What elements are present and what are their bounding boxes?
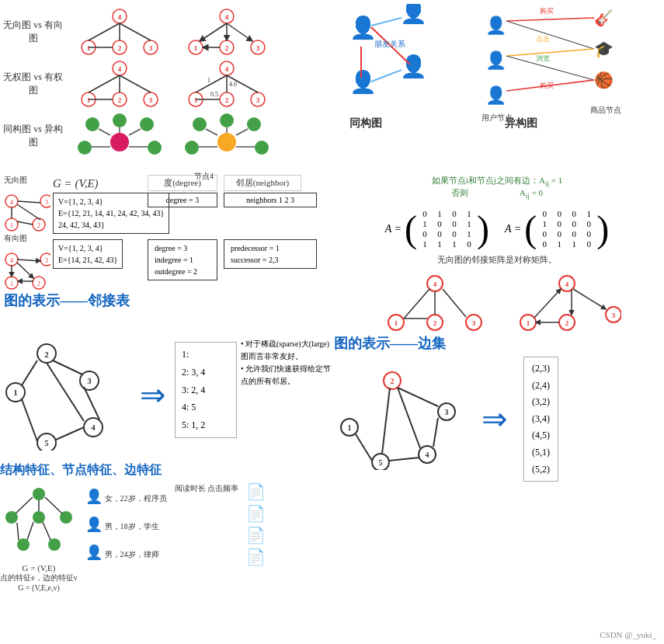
neighbors-val-box: neighbors 1 2 3 xyxy=(224,193,317,207)
svg-text:4: 4 xyxy=(225,65,229,73)
directed-small-svg: 1 4 2 3 xyxy=(4,244,50,291)
svg-point-64 xyxy=(220,113,234,127)
svg-point-183 xyxy=(17,538,30,551)
svg-text:3: 3 xyxy=(45,257,48,264)
svg-line-110 xyxy=(18,201,40,203)
svg-point-56 xyxy=(148,141,162,155)
struct-graph: G = (V,E) 点的特征e，边的特征v G = (V,E,e,v) xyxy=(0,482,78,592)
row-undirected-directed: 无向图 vs 有向图 4 1 2 3 xyxy=(0,6,326,57)
matrix-directed-svg: 1 2 3 4 xyxy=(505,272,621,334)
svg-text:4: 4 xyxy=(426,451,429,459)
svg-point-51 xyxy=(110,133,129,151)
svg-text:1: 1 xyxy=(207,77,210,84)
svg-line-88 xyxy=(506,18,594,21)
pred-succ-box: predecessor = 1 successor = 2,3 xyxy=(224,239,317,269)
svg-text:3: 3 xyxy=(149,44,153,52)
svg-point-65 xyxy=(247,117,261,131)
struct-people: 👤 女，22岁，程序员 👤 男，18岁，学生 👤 男，24岁，律师 xyxy=(85,482,167,566)
svg-text:1: 1 xyxy=(87,96,91,104)
adj-bullets: • 对于稀疏(sparse)大(large)图而言非常友好。 • 允许我们快速获… xyxy=(241,338,334,388)
svg-text:1: 1 xyxy=(194,96,198,104)
svg-line-189 xyxy=(43,522,50,540)
homo-user-svg: 👤 👤 👤 👤 朋友关系 xyxy=(326,4,481,128)
matrix-undirected-svg: 1 2 3 4 xyxy=(373,272,489,334)
svg-line-159 xyxy=(47,363,84,421)
svg-line-57 xyxy=(99,129,110,135)
svg-text:1: 1 xyxy=(527,319,530,327)
svg-text:4: 4 xyxy=(91,423,96,432)
svg-text:2: 2 xyxy=(565,319,569,327)
svg-text:2: 2 xyxy=(225,96,229,104)
svg-line-176 xyxy=(389,458,419,461)
svg-text:1: 1 xyxy=(87,44,91,52)
svg-text:2: 2 xyxy=(44,350,49,359)
svg-line-59 xyxy=(129,129,141,135)
svg-text:朋友关系: 朋友关系 xyxy=(374,40,405,48)
edge-set-graph-svg: 1 2 3 4 5 xyxy=(334,369,466,470)
degree-val-box: degree = 3 xyxy=(148,193,217,207)
directed-matrix: A = ( 0001 1000 0000 0110 ) xyxy=(505,207,609,250)
homogeneous-graph-svg xyxy=(69,113,170,159)
matrices-container: A = ( 0101 1001 0001 1110 ) A = ( 0001 1… xyxy=(334,207,660,250)
svg-text:0.5: 0.5 xyxy=(210,91,218,98)
svg-line-8 xyxy=(89,23,120,40)
svg-line-178 xyxy=(382,388,390,454)
row2-label: 无权图 vs 有权图 xyxy=(0,71,66,97)
struct-docs: 📄 📄 📄 📄 xyxy=(246,482,266,566)
edge-list-box: (2,3) (2,4) (3,2) (3,4) (4,5) (5,1) (5,2… xyxy=(523,357,558,482)
node4-label: 节点4 xyxy=(194,171,214,182)
edge-set-title: 图的表示——边集 xyxy=(334,334,660,353)
matrix-condition: 如果节点i和节点j之间有边：Aij = 1 否则 Aij = 0 xyxy=(334,175,660,200)
svg-line-161 xyxy=(56,427,84,440)
svg-text:4.6: 4.6 xyxy=(229,81,237,88)
directed-small-label: 有向图 xyxy=(4,233,50,244)
svg-point-66 xyxy=(185,141,199,155)
svg-text:1: 1 xyxy=(13,388,18,397)
svg-line-10 xyxy=(120,23,151,40)
svg-line-122 xyxy=(17,259,40,261)
svg-text:👤: 👤 xyxy=(485,85,507,106)
svg-text:👤: 👤 xyxy=(349,69,377,95)
svg-line-186 xyxy=(16,497,33,513)
svg-text:2: 2 xyxy=(391,377,395,385)
svg-line-187 xyxy=(45,497,62,513)
adj-list-content: 1: 2: 3, 4 3: 2, 4 4: 5 5: 1, 2 xyxy=(175,342,237,438)
svg-text:4: 4 xyxy=(225,13,229,21)
svg-text:4: 4 xyxy=(118,65,122,73)
svg-text:4: 4 xyxy=(118,13,122,21)
graph-types-section: 无向图 vs 有向图 4 1 2 3 xyxy=(0,6,326,161)
edge-arrow: ⇒ xyxy=(481,401,508,437)
symmetric-note: 无向图的邻接矩阵是对称矩阵。 xyxy=(334,254,660,266)
svg-line-121 xyxy=(17,263,33,278)
homo-title: 同构图 xyxy=(349,117,382,131)
directed-small: 有向图 1 4 2 3 xyxy=(4,233,50,294)
svg-text:👤: 👤 xyxy=(400,54,427,79)
svg-line-132 xyxy=(404,289,429,319)
svg-line-175 xyxy=(433,418,438,447)
row3-label: 同构图 vs 异构图 xyxy=(0,123,66,149)
svg-line-162 xyxy=(22,399,37,441)
svg-line-158 xyxy=(53,360,82,374)
svg-text:商品节点: 商品节点 xyxy=(590,106,621,114)
svg-line-157 xyxy=(22,360,37,385)
svg-line-177 xyxy=(356,434,372,461)
row-unweighted-weighted: 无权图 vs 有权图 4 1 2 3 4 1 xyxy=(0,58,326,109)
degree-directed-box: degree = 3 indegree = 1 outdegree = 2 xyxy=(148,239,217,280)
svg-line-143 xyxy=(534,289,561,318)
page-container: 无向图 vs 有向图 4 1 2 3 xyxy=(0,0,664,644)
edge-set-section: 图的表示——边集 1 2 3 4 xyxy=(334,334,660,482)
svg-text:购买: 购买 xyxy=(540,82,554,89)
undirected-graph-svg: 4 1 2 3 xyxy=(69,9,170,55)
weighted-graph-svg: 4 1 2 3 1 4.6 0.5 xyxy=(176,61,277,107)
svg-line-89 xyxy=(506,21,594,49)
undirected-small-label: 无向图 xyxy=(4,175,50,186)
svg-text:点击: 点击 xyxy=(536,35,550,43)
svg-line-134 xyxy=(443,289,466,317)
svg-line-44 xyxy=(196,75,227,92)
svg-line-91 xyxy=(506,56,594,80)
svg-line-23 xyxy=(227,23,252,41)
svg-text:3: 3 xyxy=(256,44,260,52)
svg-text:3: 3 xyxy=(256,96,260,104)
unweighted-graph-svg: 4 1 2 3 xyxy=(69,61,170,107)
svg-text:1: 1 xyxy=(194,44,198,52)
